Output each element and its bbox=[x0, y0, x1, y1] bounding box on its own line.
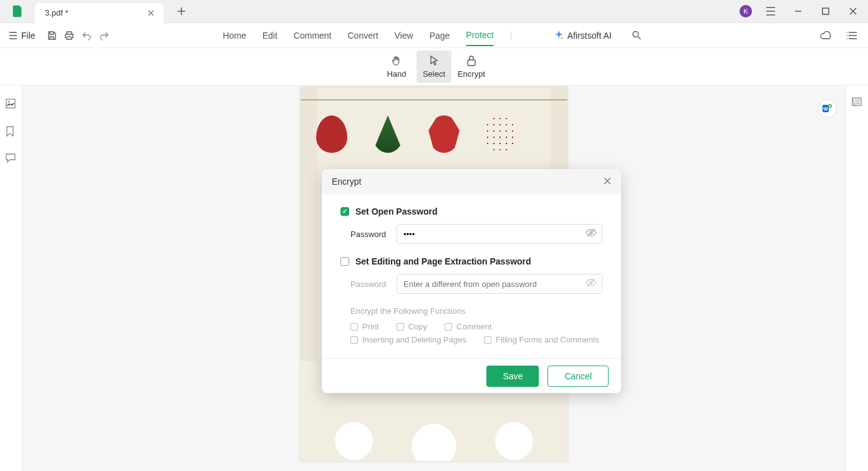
window-minimize-icon[interactable] bbox=[789, 2, 807, 20]
dialog-close-icon[interactable] bbox=[604, 177, 611, 187]
fn-print[interactable]: Print bbox=[350, 322, 379, 331]
comments-panel-icon[interactable] bbox=[5, 153, 17, 165]
dialog-title: Encrypt bbox=[332, 177, 361, 187]
dialog-footer: Save Cancel bbox=[322, 358, 621, 393]
cancel-button[interactable]: Cancel bbox=[547, 366, 609, 387]
window-maximize-icon[interactable] bbox=[817, 2, 834, 20]
svg-point-1 bbox=[561, 37, 562, 39]
menu-home[interactable]: Home bbox=[223, 26, 246, 46]
toggle-visibility-icon[interactable] bbox=[586, 228, 597, 240]
hamburger-icon bbox=[9, 32, 17, 39]
undo-icon[interactable] bbox=[78, 27, 95, 44]
menu-bar: File Home Edit Comment Convert View Page… bbox=[0, 23, 868, 48]
menu-view[interactable]: View bbox=[395, 26, 413, 46]
save-button[interactable]: Save bbox=[486, 366, 539, 387]
main-menu: Home Edit Comment Convert View Page Prot… bbox=[223, 23, 645, 48]
hand-icon bbox=[390, 54, 403, 67]
toggle-visibility-icon[interactable] bbox=[586, 278, 597, 289]
convert-to-word-icon[interactable]: W bbox=[818, 99, 837, 118]
menu-page[interactable]: Page bbox=[430, 26, 450, 46]
svg-text:W: W bbox=[823, 106, 828, 112]
svg-rect-0 bbox=[822, 8, 829, 14]
menu-comment[interactable]: Comment bbox=[294, 26, 332, 46]
user-avatar[interactable]: K bbox=[740, 5, 752, 17]
panel-toggle-icon[interactable] bbox=[843, 27, 861, 44]
edit-password-input[interactable] bbox=[403, 274, 579, 293]
menu-protect[interactable]: Protect bbox=[466, 25, 493, 46]
fn-insert-delete[interactable]: Inserting and Deleting Pages bbox=[350, 335, 466, 344]
svg-point-5 bbox=[7, 101, 9, 103]
right-sidebar bbox=[846, 85, 868, 471]
open-password-section: Set Open Password bbox=[340, 206, 602, 216]
open-password-input-wrap bbox=[397, 224, 602, 244]
open-password-input[interactable] bbox=[403, 225, 579, 243]
protect-toolbar: Hand Select Encrypt bbox=[0, 48, 868, 85]
fn-filling-forms[interactable]: Filling Forms and Comments bbox=[484, 335, 599, 344]
properties-panel-icon[interactable] bbox=[851, 97, 864, 109]
encrypt-functions-header: Encrypt the Following Functions bbox=[350, 306, 602, 316]
new-tab-button[interactable] bbox=[172, 2, 191, 21]
ai-button[interactable]: Afirstsoft AI bbox=[554, 31, 612, 41]
svg-point-2 bbox=[633, 32, 639, 37]
fn-copy[interactable]: Copy bbox=[397, 322, 427, 331]
encrypt-functions-list: Print Copy Comment bbox=[350, 322, 602, 331]
app-logo-icon bbox=[9, 2, 26, 20]
tool-hand[interactable]: Hand bbox=[379, 51, 414, 83]
edit-password-checkbox[interactable] bbox=[340, 257, 349, 266]
tool-encrypt[interactable]: Encrypt bbox=[454, 51, 489, 83]
document-tab[interactable]: 3.pdf * bbox=[35, 3, 163, 23]
thumbnails-icon[interactable] bbox=[5, 98, 17, 110]
redo-icon[interactable] bbox=[95, 27, 113, 44]
edit-password-label: Password bbox=[350, 279, 388, 289]
print-icon[interactable] bbox=[60, 27, 78, 44]
menu-convert[interactable]: Convert bbox=[348, 26, 379, 46]
edit-password-input-wrap bbox=[397, 274, 602, 294]
encrypt-functions-list-2: Inserting and Deleting Pages Filling For… bbox=[350, 335, 602, 344]
left-sidebar bbox=[0, 85, 22, 471]
save-icon[interactable] bbox=[43, 27, 60, 44]
edit-password-section: Set Editing and Page Extraction Password bbox=[340, 256, 602, 266]
dialog-header: Encrypt bbox=[322, 169, 621, 194]
search-icon[interactable] bbox=[628, 27, 645, 44]
tab-title: 3.pdf * bbox=[45, 8, 138, 17]
bookmarks-icon[interactable] bbox=[5, 125, 17, 138]
svg-rect-3 bbox=[468, 60, 475, 66]
lock-icon bbox=[465, 54, 478, 67]
close-tab-icon[interactable] bbox=[146, 8, 156, 18]
encrypt-dialog: Encrypt Set Open Password Password Set E… bbox=[322, 169, 621, 393]
menu-edit[interactable]: Edit bbox=[263, 26, 277, 46]
open-password-checkbox[interactable] bbox=[340, 207, 349, 216]
window-close-icon[interactable] bbox=[844, 2, 862, 20]
sparkle-icon bbox=[554, 31, 564, 41]
title-bar: 3.pdf * K bbox=[0, 0, 868, 23]
cursor-icon bbox=[428, 54, 440, 67]
tool-select[interactable]: Select bbox=[417, 51, 451, 83]
open-password-label: Password bbox=[350, 230, 388, 239]
hamburger-menu-icon[interactable] bbox=[762, 2, 779, 20]
fn-comment[interactable]: Comment bbox=[445, 322, 491, 331]
file-menu-button[interactable]: File bbox=[9, 31, 36, 41]
cloud-icon[interactable] bbox=[817, 27, 834, 44]
